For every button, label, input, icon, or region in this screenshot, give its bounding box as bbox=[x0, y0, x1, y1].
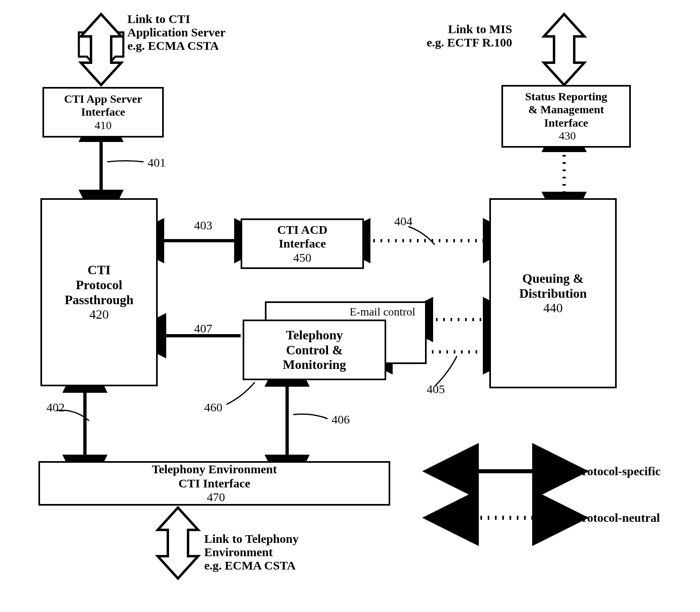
annotation-top-right: Link to MIS e.g. ECTF R.100 bbox=[427, 22, 512, 49]
text: e.g. ECMA CSTA bbox=[127, 39, 219, 52]
label-404: 404 bbox=[394, 214, 412, 228]
box-title: Passthrough bbox=[65, 292, 133, 307]
box-title: E-mail control bbox=[349, 305, 415, 318]
text: Link to MIS bbox=[448, 22, 512, 36]
box-cti-protocol-passthrough: CTI Protocol Passthrough 420 bbox=[40, 198, 158, 386]
annotation-top-left: Link to CTI Application Server e.g. ECMA… bbox=[127, 12, 225, 52]
box-title: CTI App Server bbox=[64, 93, 142, 106]
label-402: 402 bbox=[47, 400, 65, 414]
box-title-inline: CTI Interface 470 bbox=[178, 476, 250, 504]
box-cti-acd-interface: CTI ACD Interface 450 bbox=[241, 218, 364, 269]
label-403: 403 bbox=[194, 218, 212, 232]
leader-401 bbox=[107, 161, 144, 162]
box-cti-app-server-interface: CTI App Server Interface 410 bbox=[42, 87, 164, 138]
text: e.g. ECTF R.100 bbox=[427, 36, 512, 49]
box-title: Queuing & bbox=[522, 271, 584, 286]
text: Environment bbox=[204, 545, 273, 559]
box-number: 410 bbox=[95, 119, 112, 132]
text: e.g. ECMA CSTA bbox=[204, 559, 296, 572]
box-title: Monitoring bbox=[283, 357, 346, 372]
label-406: 406 bbox=[332, 413, 350, 426]
box-title: & Management bbox=[528, 103, 604, 116]
box-title: Control & bbox=[286, 343, 343, 358]
annotation-bottom: Link to Telephony Environment e.g. ECMA … bbox=[204, 532, 298, 572]
text: Application Server bbox=[127, 25, 225, 39]
label-405: 405 bbox=[427, 382, 445, 396]
box-title: Interface bbox=[279, 237, 326, 251]
label-460: 460 bbox=[204, 400, 222, 414]
box-title: Telephony Environment bbox=[152, 462, 277, 476]
box-title-inline: Interface 430 bbox=[544, 116, 588, 142]
box-number: 420 bbox=[89, 307, 109, 322]
box-telephony-env-cti-interface: Telephony Environment CTI Interface 470 bbox=[38, 461, 390, 506]
legend-solid-label: CTI Protocol-specific bbox=[550, 464, 661, 478]
hollow-arrow-telephony-link bbox=[158, 508, 198, 578]
box-title: Protocol bbox=[76, 277, 123, 292]
box-telephony-control-monitoring: Telephony Control & Monitoring bbox=[243, 320, 386, 380]
box-title: Telephony bbox=[286, 328, 343, 343]
label-407: 407 bbox=[194, 322, 212, 335]
label-401: 401 bbox=[148, 156, 166, 169]
box-queuing-distribution: Queuing & Distribution 440 bbox=[489, 198, 617, 388]
text: Link to Telephony bbox=[204, 532, 298, 545]
box-title: CTI bbox=[88, 263, 111, 277]
box-title: CTI ACD bbox=[277, 223, 327, 237]
leader-405 bbox=[435, 356, 457, 386]
box-title: Distribution bbox=[519, 286, 587, 301]
leader-404 bbox=[408, 227, 435, 245]
legend-dashed-label: CTI Protocol-neutral bbox=[550, 511, 660, 525]
box-title: Interface bbox=[81, 106, 125, 119]
box-number: 440 bbox=[544, 301, 563, 316]
text: Link to CTI bbox=[127, 12, 190, 25]
leader-460 bbox=[226, 382, 255, 404]
leader-406 bbox=[293, 414, 328, 419]
box-title: Status Reporting bbox=[525, 90, 607, 103]
box-number: 450 bbox=[293, 251, 311, 265]
box-status-reporting: Status Reporting & Management Interface … bbox=[501, 85, 631, 148]
hollow-arrow-mis-link bbox=[544, 14, 584, 85]
